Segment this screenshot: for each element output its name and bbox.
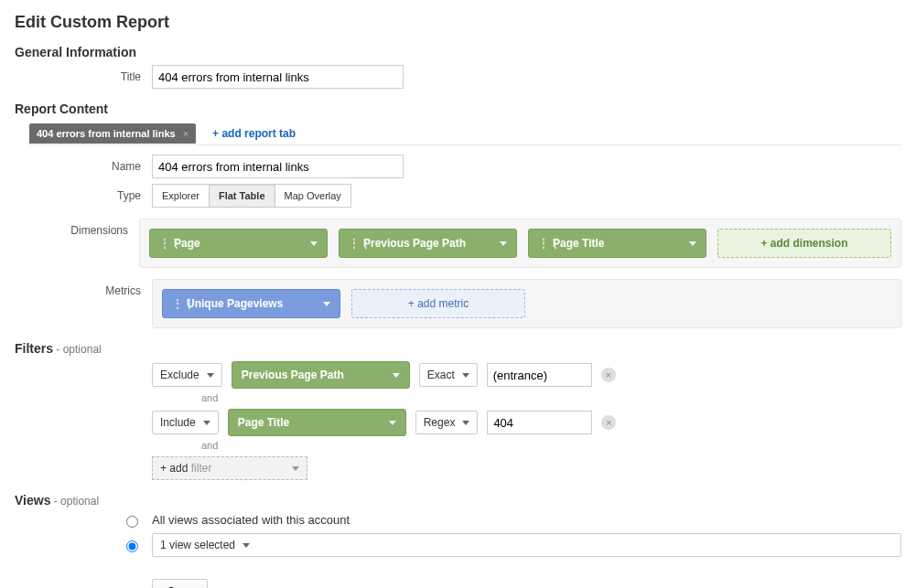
filter-join-and: and	[201, 392, 901, 403]
label-name: Name	[15, 155, 152, 173]
metric-unique-pageviews[interactable]: ⋮⋮ Unique Pageviews	[162, 289, 340, 318]
chevron-down-icon	[292, 466, 299, 471]
delete-filter-icon[interactable]: ×	[601, 368, 616, 382]
type-map-overlay[interactable]: Map Overlay	[275, 184, 351, 208]
label-dimensions: Dimensions	[15, 219, 139, 237]
filter-value-input[interactable]	[487, 411, 592, 434]
dimension-page-title[interactable]: ⋮⋮ Page Title	[528, 229, 706, 258]
filter-match-select[interactable]: Regex	[415, 411, 479, 434]
filter-field-select[interactable]: Previous Page Path	[232, 361, 410, 389]
dimensions-panel: ⋮⋮ Page ⋮⋮ Previous Page Path ⋮⋮ Page Ti…	[139, 219, 901, 268]
report-tab-label: 404 errors from internal links	[37, 128, 176, 139]
chevron-down-icon	[203, 421, 210, 425]
grip-icon: ⋮⋮	[159, 237, 167, 250]
filter-mode-select[interactable]: Exclude	[152, 363, 222, 387]
grip-icon: ⋮⋮	[538, 237, 545, 250]
dimension-label: Previous Page Path	[363, 237, 466, 250]
chevron-down-icon	[207, 373, 214, 378]
filter-value-input[interactable]	[487, 363, 592, 387]
metrics-panel: ⋮⋮ Unique Pageviews + add metric	[152, 279, 901, 328]
title-input[interactable]	[152, 65, 404, 89]
filter-join-and: and	[201, 440, 901, 451]
views-selected-radio[interactable]	[126, 540, 138, 552]
section-content: Report Content	[15, 102, 901, 116]
label-title: Title	[15, 65, 152, 83]
chevron-down-icon	[462, 421, 469, 425]
optional-label: - optional	[53, 343, 102, 356]
add-metric-button[interactable]: + add metric	[351, 289, 525, 318]
add-report-tab[interactable]: + add report tab	[212, 127, 296, 140]
section-filters: Filters - optional	[15, 341, 901, 356]
chevron-down-icon	[462, 373, 469, 378]
delete-filter-icon[interactable]: ×	[601, 415, 616, 430]
close-icon[interactable]: ×	[183, 128, 189, 139]
views-selected-dropdown[interactable]: 1 view selected	[152, 533, 901, 557]
section-general: General Information	[15, 45, 901, 59]
label-metrics: Metrics	[15, 279, 152, 297]
chevron-down-icon	[393, 373, 400, 378]
type-explorer[interactable]: Explorer	[152, 184, 210, 208]
dimension-previous-page-path[interactable]: ⋮⋮ Previous Page Path	[339, 229, 517, 258]
add-filter-button[interactable]: + add filter	[152, 456, 307, 480]
chevron-down-icon	[242, 543, 250, 548]
filter-field-select[interactable]: Page Title	[228, 409, 406, 436]
save-button[interactable]: Save	[152, 579, 208, 588]
grip-icon: ⋮⋮	[349, 237, 356, 250]
views-all-label: All views associated with this account	[152, 513, 350, 527]
views-all-radio[interactable]	[126, 516, 138, 528]
metric-label: Unique Pageviews	[187, 297, 283, 310]
filter-mode-select[interactable]: Include	[152, 411, 219, 434]
add-dimension-button[interactable]: + add dimension	[717, 229, 891, 258]
label-type: Type	[15, 184, 152, 202]
chevron-down-icon	[500, 241, 507, 246]
grip-icon: ⋮⋮	[172, 297, 179, 310]
filter-match-select[interactable]: Exact	[419, 363, 478, 387]
chevron-down-icon	[389, 421, 396, 425]
type-flat-table[interactable]: Flat Table	[210, 184, 275, 208]
page-title: Edit Custom Report	[15, 13, 901, 32]
chevron-down-icon	[323, 302, 330, 306]
report-tab[interactable]: 404 errors from internal links ×	[29, 123, 196, 144]
chevron-down-icon	[689, 241, 696, 246]
cancel-link[interactable]: Cancel	[219, 585, 255, 589]
dimension-page[interactable]: ⋮⋮ Page	[149, 229, 328, 258]
name-input[interactable]	[152, 155, 404, 178]
section-views: Views - optional	[15, 493, 901, 508]
chevron-down-icon	[310, 241, 318, 246]
optional-label: - optional	[50, 495, 99, 508]
